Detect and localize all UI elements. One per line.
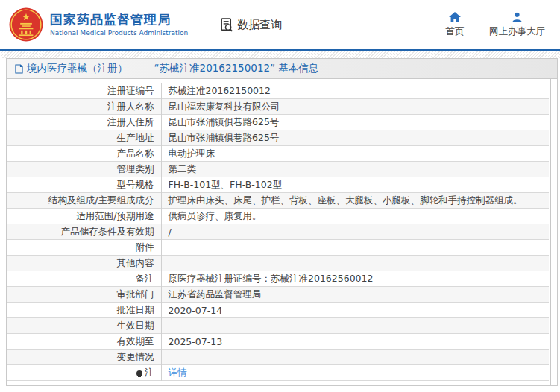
row-value [161,256,549,271]
table-row: 生效日期 [7,318,549,334]
data-query-menu[interactable]: 数据查询 [219,17,282,33]
table-row: 审批部门江苏省药品监督管理局 [7,287,549,303]
row-label: 变更情况 [7,350,161,365]
table-row: 适用范围/预期用途供病员诊疗、康复用。 [7,209,549,224]
row-label: 批准日期 [7,303,161,318]
nav-item-label: 网上办事大厅 [489,25,545,38]
row-label: 注册人名称 [7,99,161,115]
table-row: 变更情况 [7,350,549,365]
table-row: 注册人名称昆山福宏康复科技有限公司 [7,99,549,115]
row-label: 管理类别 [7,162,161,177]
nav-item-home[interactable]: 首页 [440,12,470,38]
row-label: 审批部门 [7,287,161,303]
row-value [161,350,549,365]
table-row: 注详情 [7,365,549,381]
title-bar: 境内医疗器械（注册） —— “苏械注准20162150012” 基本信息 [7,59,557,79]
table-row: 备注原医疗器械注册证编号：苏械注准20162560012 [7,271,549,287]
row-label: 结构及组成/主要组成成分 [7,193,161,209]
note-icon [136,370,142,376]
brand-subtitle: National Medical Products Administration [50,29,188,37]
table-row: 型号规格FH-B-101型、FH-B-102型 [7,177,549,193]
row-label: 产品名称 [7,146,161,162]
row-value: 第二类 [161,162,549,177]
row-value: 昆山市张浦镇俱巷路625号 [161,115,549,130]
row-value: 苏械注准20162150012 [161,83,549,99]
row-value: 2025-07-13 [161,334,549,350]
top-nav: 首页 网上办事大厅 [440,12,553,38]
row-value: 电动护理床 [161,146,549,162]
row-value: 原医疗器械注册证编号：苏械注准20162560012 [161,271,549,287]
document-icon [15,64,23,74]
row-label: 附件 [7,240,161,256]
table-row: 结构及组成/主要组成成分护理床由床头、床尾、护栏、背板、座板、大腿板、小腿板、脚… [7,193,549,209]
info-table-body: 注册证编号苏械注准20162150012注册人名称昆山福宏康复科技有限公司注册人… [7,83,549,381]
row-label: 注 [7,365,161,381]
row-label: 有效期至 [7,334,161,350]
content-body: 注册证编号苏械注准20162150012注册人名称昆山福宏康复科技有限公司注册人… [7,79,557,385]
row-value: 昆山市张浦镇俱巷路625号 [161,130,549,146]
row-value: / [161,224,549,240]
detail-link[interactable]: 详情 [169,367,187,378]
row-value: 详情 [161,365,549,381]
row-label: 产品储存条件及有效期 [7,224,161,240]
row-value: 江苏省药品监督管理局 [161,287,549,303]
row-label: 注册人住所 [7,115,161,130]
table-row: 注册人住所昆山市张浦镇俱巷路625号 [7,115,549,130]
scrollbar-track[interactable] [550,79,557,385]
row-value [161,240,549,256]
data-query-label: 数据查询 [237,18,282,32]
row-value: FH-B-101型、FH-B-102型 [161,177,549,193]
site-header: 国家药品监督管理局 National Medical Products Admi… [0,0,560,49]
row-label: 其他内容 [7,256,161,271]
table-row: 产品储存条件及有效期/ [7,224,549,240]
table-row: 管理类别第二类 [7,162,549,177]
content-container: 境内医疗器械（注册） —— “苏械注准20162150012” 基本信息 注册证… [6,58,558,386]
table-row: 批准日期2020-07-14 [7,303,549,318]
row-label: 型号规格 [7,177,161,193]
nav-item-service-hall[interactable]: 网上办事大厅 [489,12,545,38]
table-row: 产品名称电动护理床 [7,146,549,162]
person-icon [512,12,523,22]
brand-block: 国家药品监督管理局 National Medical Products Admi… [50,13,188,37]
brand-title: 国家药品监督管理局 [50,13,188,28]
table-row: 注册证编号苏械注准20162150012 [7,83,549,99]
row-value [161,318,549,334]
table-area: 注册证编号苏械注准20162150012注册人名称昆山福宏康复科技有限公司注册人… [7,79,550,385]
row-label: 生效日期 [7,318,161,334]
nav-item-label: 首页 [446,25,465,38]
row-value: 供病员诊疗、康复用。 [161,209,549,224]
hatched-strip [0,51,560,58]
table-row: 生产地址昆山市张浦镇俱巷路625号 [7,130,549,146]
row-value: 昆山福宏康复科技有限公司 [161,99,549,115]
table-row: 其他内容 [7,256,549,271]
home-icon [449,12,461,22]
row-label: 生产地址 [7,130,161,146]
row-label: 注册证编号 [7,83,161,99]
info-table: 注册证编号苏械注准20162150012注册人名称昆山福宏康复科技有限公司注册人… [7,83,549,381]
page-title: 境内医疗器械（注册） —— “苏械注准20162150012” 基本信息 [27,62,318,75]
row-label: 备注 [7,271,161,287]
row-value: 护理床由床头、床尾、护栏、背板、座板、大腿板、小腿板、脚轮和手持控制器组成。 [161,193,549,209]
data-query-icon [219,17,235,33]
row-value: 2020-07-14 [161,303,549,318]
nmpa-logo-link[interactable]: 国家药品监督管理局 National Medical Products Admi… [9,7,188,42]
national-emblem-icon [9,7,43,42]
table-row: 附件 [7,240,549,256]
row-label: 适用范围/预期用途 [7,209,161,224]
table-row: 有效期至2025-07-13 [7,334,549,350]
